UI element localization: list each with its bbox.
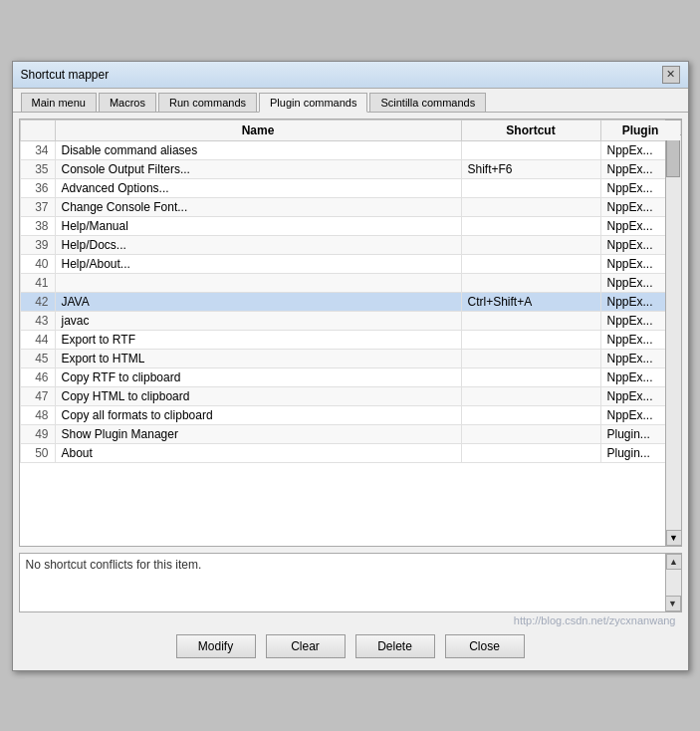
row-shortcut — [461, 216, 600, 235]
row-shortcut — [461, 178, 600, 197]
row-name: Show Plugin Manager — [55, 424, 461, 443]
row-name: Copy RTF to clipboard — [55, 367, 461, 386]
row-name: Export to HTML — [55, 349, 461, 367]
row-shortcut — [461, 330, 600, 349]
row-num: 37 — [20, 197, 55, 216]
watermark: http://blog.csdn.net/zycxnanwang — [19, 612, 682, 626]
buttons-row: Modify Clear Delete Close — [19, 626, 682, 664]
tabs-bar: Main menuMacrosRun commandsPlugin comman… — [13, 89, 688, 113]
row-num: 35 — [20, 159, 55, 178]
close-button[interactable]: Close — [445, 634, 525, 658]
table-scroll-area[interactable]: NameShortcutPlugin 34Disable command ali… — [20, 120, 681, 546]
col-header-name: Name — [55, 120, 461, 140]
row-name: JAVA — [55, 292, 461, 311]
row-num: 44 — [20, 330, 55, 349]
shortcuts-table-container: NameShortcutPlugin 34Disable command ali… — [19, 119, 682, 547]
row-name: Change Console Font... — [55, 197, 461, 216]
row-num: 45 — [20, 349, 55, 367]
tab-plugin-commands[interactable]: Plugin commands — [259, 93, 367, 113]
row-shortcut — [461, 235, 600, 254]
row-num: 43 — [20, 311, 55, 330]
table-row[interactable]: 36Advanced Options...NppEx... — [20, 178, 680, 197]
row-name — [55, 273, 461, 292]
shortcut-mapper-window: Shortcut mapper ✕ Main menuMacrosRun com… — [12, 61, 689, 671]
row-shortcut — [461, 273, 600, 292]
row-shortcut — [461, 254, 600, 273]
table-row[interactable]: 41NppEx... — [20, 273, 680, 292]
tab-run-commands[interactable]: Run commands — [158, 93, 257, 112]
table-row[interactable]: 48Copy all formats to clipboardNppEx... — [20, 405, 680, 424]
row-shortcut — [461, 386, 600, 405]
row-name: Advanced Options... — [55, 178, 461, 197]
row-num: 46 — [20, 367, 55, 386]
table-row[interactable]: 35Console Output Filters...Shift+F6NppEx… — [20, 159, 680, 178]
status-scrollbar[interactable]: ▲ ▼ — [665, 554, 681, 611]
row-num: 47 — [20, 386, 55, 405]
status-scroll-up[interactable]: ▲ — [666, 554, 682, 570]
row-num: 36 — [20, 178, 55, 197]
col-header-plugin: Plugin — [600, 120, 680, 140]
row-name: About — [55, 443, 461, 462]
row-num: 42 — [20, 292, 55, 311]
status-text: No shortcut conflicts for this item. — [26, 558, 202, 572]
row-name: Copy all formats to clipboard — [55, 405, 461, 424]
row-num: 39 — [20, 235, 55, 254]
status-box: No shortcut conflicts for this item. ▲ ▼ — [19, 553, 682, 612]
row-shortcut — [461, 140, 600, 159]
row-num: 49 — [20, 424, 55, 443]
table-row[interactable]: 45Export to HTMLNppEx... — [20, 349, 680, 367]
table-row[interactable]: 47Copy HTML to clipboardNppEx... — [20, 386, 680, 405]
tab-scintilla-commands[interactable]: Scintilla commands — [369, 93, 486, 112]
row-name: Export to RTF — [55, 330, 461, 349]
row-num: 50 — [20, 443, 55, 462]
row-num: 38 — [20, 216, 55, 235]
shortcuts-table: NameShortcutPlugin 34Disable command ali… — [20, 120, 681, 463]
row-num: 41 — [20, 273, 55, 292]
table-row[interactable]: 42JAVACtrl+Shift+ANppEx... — [20, 292, 680, 311]
horizontal-scrollbar[interactable]: ◄ ► — [20, 546, 681, 547]
delete-button[interactable]: Delete — [355, 634, 435, 658]
row-name: Copy HTML to clipboard — [55, 386, 461, 405]
row-num: 40 — [20, 254, 55, 273]
clear-button[interactable]: Clear — [266, 634, 346, 658]
table-row[interactable]: 40Help/About...NppEx... — [20, 254, 680, 273]
row-num: 34 — [20, 140, 55, 159]
table-row[interactable]: 37Change Console Font...NppEx... — [20, 197, 680, 216]
row-name: Help/Docs... — [55, 235, 461, 254]
row-name: Console Output Filters... — [55, 159, 461, 178]
col-header-num — [20, 120, 55, 140]
row-shortcut — [461, 367, 600, 386]
row-shortcut: Ctrl+Shift+A — [461, 292, 600, 311]
table-row[interactable]: 46Copy RTF to clipboardNppEx... — [20, 367, 680, 386]
status-scroll-down[interactable]: ▼ — [665, 596, 681, 611]
vertical-scrollbar[interactable]: ▲ ▼ — [665, 120, 681, 546]
row-name: javac — [55, 311, 461, 330]
table-row[interactable]: 38Help/ManualNppEx... — [20, 216, 680, 235]
tab-main-menu[interactable]: Main menu — [21, 93, 97, 112]
content-area: NameShortcutPlugin 34Disable command ali… — [13, 113, 688, 670]
scroll-thumb[interactable] — [666, 137, 680, 177]
row-name: Help/About... — [55, 254, 461, 273]
row-num: 48 — [20, 405, 55, 424]
modify-button[interactable]: Modify — [176, 634, 256, 658]
scroll-track[interactable] — [666, 135, 681, 530]
row-shortcut — [461, 311, 600, 330]
table-row[interactable]: 39Help/Docs...NppEx... — [20, 235, 680, 254]
col-header-shortcut: Shortcut — [461, 120, 600, 140]
table-row[interactable]: 44Export to RTFNppEx... — [20, 330, 680, 349]
tab-macros[interactable]: Macros — [99, 93, 156, 112]
row-shortcut — [461, 424, 600, 443]
row-shortcut — [461, 349, 600, 367]
row-name: Disable command aliases — [55, 140, 461, 159]
table-row[interactable]: 50AboutPlugin... — [20, 443, 680, 462]
title-bar: Shortcut mapper ✕ — [13, 62, 688, 89]
table-row[interactable]: 34Disable command aliasesNppEx... — [20, 140, 680, 159]
scroll-down-arrow[interactable]: ▼ — [666, 530, 682, 546]
table-row[interactable]: 49Show Plugin ManagerPlugin... — [20, 424, 680, 443]
row-name: Help/Manual — [55, 216, 461, 235]
table-row[interactable]: 43javacNppEx... — [20, 311, 680, 330]
row-shortcut — [461, 405, 600, 424]
window-title: Shortcut mapper — [21, 68, 110, 82]
row-shortcut: Shift+F6 — [461, 159, 600, 178]
close-window-button[interactable]: ✕ — [662, 66, 680, 84]
